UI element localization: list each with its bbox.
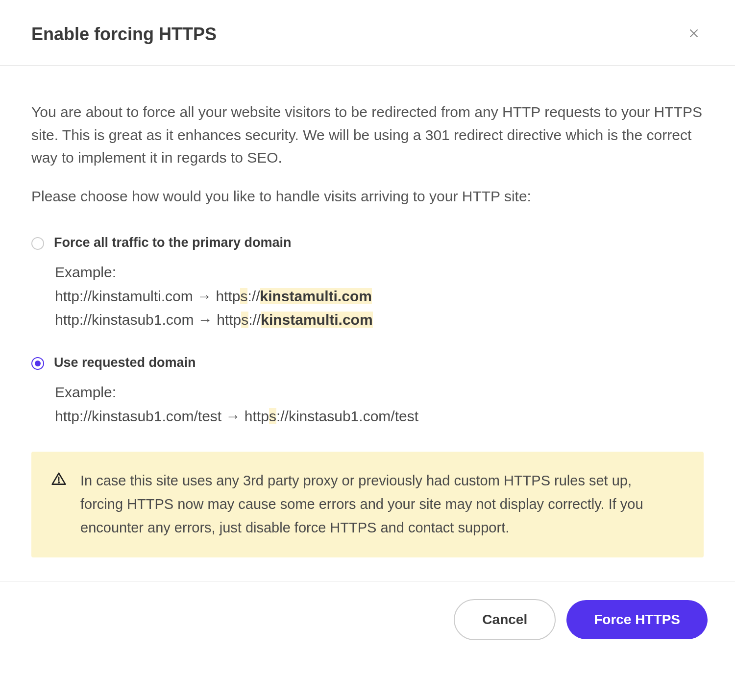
radio-option-primary: Force all traffic to the primary domain <box>31 235 704 250</box>
example3-suffix: ://kinstasub1.com/test <box>276 408 418 424</box>
force-https-button[interactable]: Force HTTPS <box>566 600 708 639</box>
modal-footer: Cancel Force HTTPS <box>0 581 735 672</box>
warning-icon <box>51 471 67 489</box>
warning-text: In case this site uses any 3rd party pro… <box>80 469 676 540</box>
modal-header: Enable forcing HTTPS <box>0 0 735 66</box>
example1-domain: kinstamulti.com <box>260 288 372 304</box>
radio-requested-label[interactable]: Use requested domain <box>54 355 196 370</box>
warning-box: In case this site uses any 3rd party pro… <box>31 452 704 557</box>
option-primary-domain-group: Force all traffic to the primary domain … <box>31 235 704 332</box>
modal-body: You are about to force all your website … <box>0 66 735 581</box>
example-primary: Example: http://kinstamulti.com → https:… <box>55 264 704 332</box>
close-button[interactable] <box>684 24 704 45</box>
radio-primary-domain[interactable] <box>31 237 44 250</box>
modal-title: Enable forcing HTTPS <box>31 24 217 45</box>
subdescription-text: Please choose how would you like to hand… <box>31 185 704 208</box>
radio-primary-label[interactable]: Force all traffic to the primary domain <box>54 235 292 250</box>
example3-prefix: http://kinstasub1.com/test → http <box>55 408 269 424</box>
example1-s: s <box>240 288 247 304</box>
option-requested-domain-group: Use requested domain Example: http://kin… <box>31 355 704 428</box>
radio-requested-domain[interactable] <box>31 357 44 370</box>
example-line-3: http://kinstasub1.com/test → https://kin… <box>55 405 704 428</box>
close-icon <box>688 27 700 41</box>
svg-point-3 <box>58 482 59 483</box>
example-label-primary: Example: <box>55 264 704 281</box>
description-text: You are about to force all your website … <box>31 101 704 169</box>
cancel-button[interactable]: Cancel <box>454 599 556 640</box>
example-requested: Example: http://kinstasub1.com/test → ht… <box>55 384 704 428</box>
radio-option-requested: Use requested domain <box>31 355 704 370</box>
example-line-2: http://kinstasub1.com → https://kinstamu… <box>55 308 704 332</box>
example2-mid: :// <box>248 312 261 328</box>
example2-prefix: http://kinstasub1.com → http <box>55 312 241 328</box>
force-https-modal: Enable forcing HTTPS You are about to fo… <box>0 0 735 672</box>
example2-s: s <box>241 312 248 328</box>
example-line-1: http://kinstamulti.com → https://kinstam… <box>55 285 704 308</box>
example2-domain: kinstamulti.com <box>261 312 372 328</box>
example3-s: s <box>269 408 276 424</box>
example1-prefix: http://kinstamulti.com → http <box>55 288 240 304</box>
example1-mid: :// <box>247 288 260 304</box>
example-label-requested: Example: <box>55 384 704 401</box>
